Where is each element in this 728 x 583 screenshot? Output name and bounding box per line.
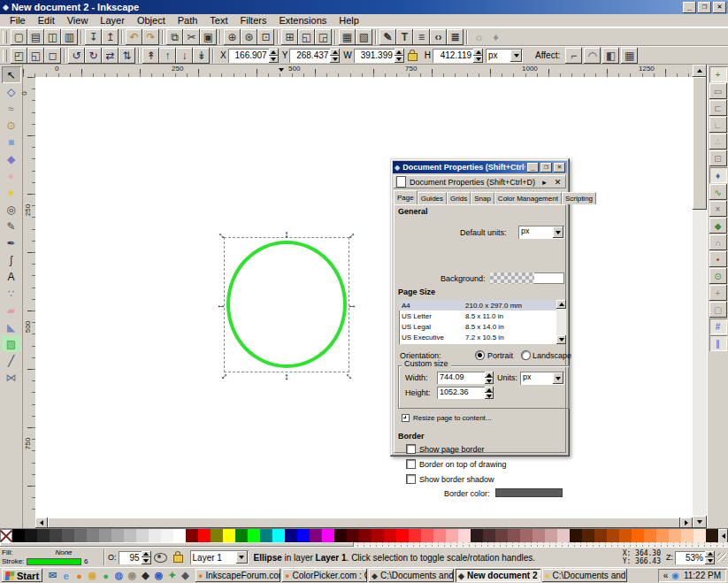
spin-down-icon[interactable]: [705, 557, 715, 564]
taskbar-window-button[interactable]: ■ C:\Documents and Settin...: [542, 569, 627, 582]
show-page-border-checkbox[interactable]: [407, 445, 415, 453]
xml-editor-icon[interactable]: ‹›: [430, 29, 447, 45]
spin-down-icon[interactable]: [269, 56, 279, 63]
spin-down-icon[interactable]: [485, 378, 494, 384]
scale-corners-toggle[interactable]: ◠: [584, 48, 601, 64]
taskbar-window-button[interactable]: ● InkscapeForum.com • Vi...: [195, 569, 280, 582]
menu-item[interactable]: Path: [172, 15, 204, 26]
toolbar-grip[interactable]: [3, 31, 7, 43]
ql-inkscape-icon[interactable]: ◆: [139, 569, 152, 582]
paste-icon[interactable]: ▣: [200, 29, 217, 45]
box3d-tool[interactable]: ◆: [2, 150, 21, 167]
color-swatch[interactable]: [235, 529, 248, 543]
ql-globe-icon[interactable]: ◍: [112, 569, 126, 582]
units-dropdown[interactable]: px: [486, 49, 523, 63]
dialog-minimize-button[interactable]: _: [527, 163, 539, 173]
menu-item[interactable]: Text: [203, 15, 234, 26]
rotate-ccw-icon[interactable]: ↺: [68, 48, 85, 64]
color-swatch[interactable]: [545, 529, 557, 543]
spray-tool[interactable]: ∵: [2, 285, 21, 302]
color-swatch[interactable]: [359, 529, 372, 543]
text-tool[interactable]: A: [2, 268, 21, 285]
zoom-spinner[interactable]: 53%: [675, 551, 715, 564]
horizontal-scroll-thumb[interactable]: [48, 518, 680, 528]
color-swatch[interactable]: [149, 529, 161, 543]
menu-item[interactable]: File: [4, 15, 32, 26]
background-color-field[interactable]: [490, 272, 564, 284]
color-swatch[interactable]: [297, 529, 310, 543]
US Legal[interactable]: US Legal 8.5 x 14.0 in: [399, 321, 556, 332]
move-gradients-toggle[interactable]: ◧: [602, 48, 619, 64]
color-swatch[interactable]: [310, 529, 322, 543]
window-titlebar[interactable]: ◆ New document 2 - Inkscape _ ❐ ✕: [0, 0, 728, 14]
snap-paths-icon[interactable]: ∿: [709, 184, 727, 200]
h-value[interactable]: 412.119: [433, 49, 473, 63]
save-icon[interactable]: ◫: [44, 29, 61, 45]
cut-icon[interactable]: ✂: [183, 29, 200, 45]
resize-page-expander[interactable]: Resize page to content...: [402, 414, 492, 422]
color-swatch[interactable]: [334, 529, 347, 543]
snap-midpoints-icon[interactable]: •: [709, 251, 727, 267]
dock-close-icon[interactable]: ✕: [552, 177, 563, 188]
spin-up-icon[interactable]: [705, 551, 715, 558]
zoom-selection-icon[interactable]: ⊕: [224, 29, 241, 45]
spin-up-icon[interactable]: [485, 372, 494, 378]
ql-mail-icon[interactable]: ✉: [46, 569, 59, 582]
rotate-cw-icon[interactable]: ↻: [85, 48, 102, 64]
zoom-drawing-icon[interactable]: ⊛: [241, 29, 257, 45]
edit-find-icon[interactable]: ☼: [471, 29, 487, 45]
expander-plus-icon[interactable]: [402, 414, 410, 422]
w-spin-buttons[interactable]: [395, 49, 404, 63]
color-swatch[interactable]: [248, 529, 260, 543]
opacity-spinner[interactable]: 95: [119, 551, 151, 564]
color-swatch[interactable]: [37, 529, 50, 543]
dropdown-arrow-icon[interactable]: [553, 372, 563, 384]
h-spinner[interactable]: 412.119: [433, 49, 483, 63]
duplicate-icon[interactable]: ⊞: [281, 29, 298, 45]
zoom-tool[interactable]: ⊙: [2, 117, 21, 134]
connector-tool[interactable]: ⋈: [2, 369, 21, 386]
width-spin-buttons[interactable]: [485, 372, 494, 384]
scale-handle-n[interactable]: ↕: [281, 229, 292, 238]
dialog-tab[interactable]: Scripting: [562, 192, 596, 204]
scale-handle-s[interactable]: ↕: [281, 372, 292, 380]
snap-object-centers-icon[interactable]: ⊙: [709, 268, 727, 284]
create-clone-icon[interactable]: ◱: [298, 29, 315, 45]
minimize-button[interactable]: _: [683, 2, 696, 13]
height-spinner[interactable]: 1052.36: [437, 387, 494, 399]
menu-item[interactable]: View: [61, 15, 95, 26]
close-button[interactable]: ✕: [713, 2, 726, 13]
scroll-right-icon[interactable]: [680, 518, 693, 528]
export-icon[interactable]: ↥: [102, 29, 119, 45]
A4[interactable]: A4 210.0 x 297.0 mm: [399, 300, 556, 311]
menu-item[interactable]: Layer: [94, 15, 131, 26]
opacity-spin-buttons[interactable]: [142, 551, 151, 564]
taskbar-window-button[interactable]: ◆ C:\Documents and Settin...: [369, 569, 454, 582]
portrait-radio[interactable]: [476, 351, 484, 359]
page-size-scrollbar[interactable]: [556, 300, 566, 344]
color-swatch[interactable]: [12, 529, 25, 543]
custom-units-dropdown[interactable]: px: [520, 372, 564, 385]
snap-bbox-edges-icon[interactable]: ⊏: [709, 100, 727, 116]
scroll-down-icon[interactable]: [556, 335, 566, 344]
color-swatch[interactable]: [198, 529, 211, 543]
text-dialog-icon[interactable]: T: [396, 29, 413, 45]
select-all-layers-icon[interactable]: ◱: [27, 48, 44, 64]
ql-player-icon[interactable]: ◉: [152, 569, 165, 582]
tray-clock[interactable]: 11:22 PM: [684, 571, 721, 580]
height-spin-buttons[interactable]: [485, 387, 494, 399]
menu-item[interactable]: Help: [333, 15, 365, 26]
spin-up-icon[interactable]: [485, 387, 494, 393]
color-swatch[interactable]: [520, 529, 533, 543]
zoom-value[interactable]: 53%: [675, 551, 705, 564]
tray-volume-icon[interactable]: ◉: [671, 571, 679, 580]
layer-dropdown[interactable]: Layer 1: [190, 550, 249, 564]
x-spin-buttons[interactable]: [269, 49, 279, 63]
y-value[interactable]: 268.437: [289, 49, 330, 63]
color-swatch[interactable]: [136, 529, 149, 543]
open-icon[interactable]: ▤: [27, 29, 44, 45]
scale-handle-e[interactable]: ↔: [347, 300, 357, 309]
ql-gimp-icon[interactable]: ◉: [126, 569, 139, 582]
input-devices-icon[interactable]: ♦: [487, 29, 504, 45]
color-swatch[interactable]: [50, 529, 62, 543]
